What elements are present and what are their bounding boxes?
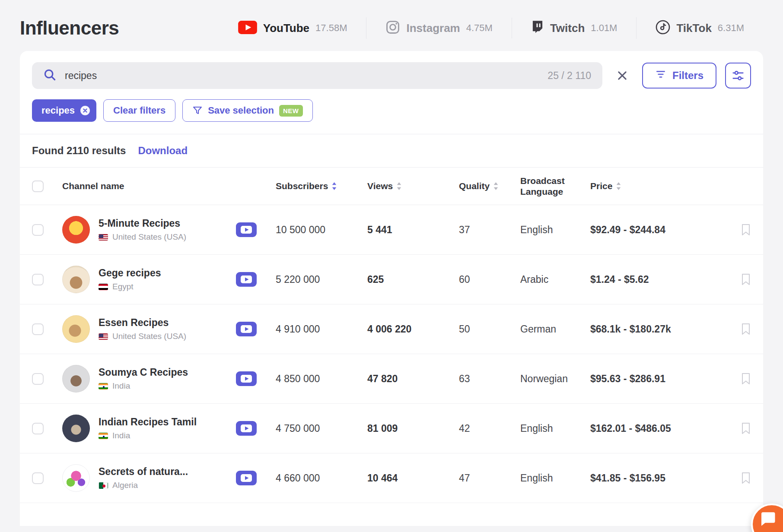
- row-checkbox[interactable]: [32, 373, 44, 385]
- tab-instagram-label: Instagram: [406, 22, 460, 35]
- bookmark-icon[interactable]: [741, 472, 751, 484]
- column-header-subscribers[interactable]: Subscribers: [276, 181, 367, 191]
- channel-name[interactable]: Soumya C Recipes: [99, 367, 188, 378]
- youtube-icon: [238, 21, 257, 36]
- table-row[interactable]: Indian Recipes Tamil India 4 750 000 81 …: [20, 404, 763, 453]
- chip-remove-icon[interactable]: [80, 105, 90, 116]
- quality-value: 63: [459, 373, 520, 385]
- price-value: $1.24 - $5.62: [590, 274, 727, 285]
- youtube-play-button[interactable]: [236, 272, 276, 287]
- bookmark-icon[interactable]: [741, 273, 751, 285]
- tab-youtube[interactable]: YouTube 17.58M: [219, 18, 366, 38]
- country-flag-icon: [99, 383, 108, 390]
- channel-cell: Gege recipes Egypt: [62, 266, 236, 293]
- filters-button[interactable]: Filters: [642, 63, 716, 89]
- views-value: 4 006 220: [367, 323, 459, 335]
- column-header-price[interactable]: Price: [590, 181, 727, 191]
- channel-avatar: [62, 365, 90, 393]
- filters-button-label: Filters: [672, 70, 703, 82]
- country-flag-icon: [99, 482, 108, 489]
- tab-youtube-label: YouTube: [263, 22, 309, 35]
- download-link[interactable]: Download: [138, 145, 188, 157]
- quality-value: 42: [459, 423, 520, 434]
- channel-name[interactable]: Secrets of natura...: [99, 466, 188, 478]
- clear-filters-label: Clear filters: [113, 105, 166, 116]
- settings-sliders-button[interactable]: [725, 63, 751, 89]
- column-header-quality[interactable]: Quality: [459, 181, 520, 191]
- row-checkbox[interactable]: [32, 472, 44, 484]
- table-row[interactable]: Soumya C Recipes India 4 850 000 47 820 …: [20, 354, 763, 404]
- channel-name[interactable]: Indian Recipes Tamil: [99, 416, 197, 428]
- tab-tiktok[interactable]: TikTok 6.31M: [636, 17, 763, 39]
- youtube-play-button[interactable]: [236, 222, 276, 237]
- tab-twitch[interactable]: Twitch 1.01M: [512, 18, 637, 38]
- bookmark-icon[interactable]: [741, 373, 751, 385]
- sort-icon-quality: [493, 182, 499, 190]
- search-box[interactable]: 25 / 2 110: [32, 62, 602, 89]
- table-row[interactable]: Essen Recipes United States (USA) 4 910 …: [20, 304, 763, 354]
- row-checkbox[interactable]: [32, 274, 44, 285]
- subscribers-value: 4 750 000: [276, 423, 367, 434]
- search-result-counter: 25 / 2 110: [547, 70, 591, 82]
- tiktok-icon: [656, 20, 670, 36]
- sliders-icon: [732, 69, 745, 82]
- table-row[interactable]: Gege recipes Egypt 5 220 000 625 60 Arab…: [20, 255, 763, 304]
- channel-name[interactable]: Essen Recipes: [99, 317, 186, 329]
- search-input[interactable]: [65, 70, 539, 82]
- bookmark-icon[interactable]: [741, 224, 751, 236]
- youtube-play-button[interactable]: [236, 471, 276, 485]
- quality-value: 50: [459, 323, 520, 335]
- row-checkbox[interactable]: [32, 423, 44, 434]
- quality-value: 47: [459, 472, 520, 484]
- country-flag-icon: [99, 333, 108, 340]
- table-header: Channel name Subscribers Views Quality B…: [20, 167, 763, 205]
- search-icon: [43, 68, 56, 83]
- language-value: English: [520, 224, 590, 236]
- youtube-play-button[interactable]: [236, 371, 276, 386]
- channel-name[interactable]: 5-Minute Recipes: [99, 218, 186, 229]
- price-value: $92.49 - $244.84: [590, 224, 727, 236]
- bookmark-icon[interactable]: [741, 422, 751, 434]
- clear-search-button[interactable]: [611, 67, 633, 84]
- tab-youtube-count: 17.58M: [315, 22, 347, 34]
- channel-country: Algeria: [112, 481, 138, 490]
- filter-chip-recipes[interactable]: recipes: [32, 99, 96, 122]
- youtube-play-button[interactable]: [236, 322, 276, 336]
- views-value: 10 464: [367, 472, 459, 484]
- quality-value: 60: [459, 274, 520, 285]
- row-checkbox[interactable]: [32, 224, 44, 236]
- views-value: 625: [367, 274, 459, 285]
- views-value: 5 441: [367, 224, 459, 236]
- save-selection-button[interactable]: Save selection NEW: [182, 99, 312, 122]
- bookmark-icon[interactable]: [741, 323, 751, 335]
- new-badge: NEW: [279, 105, 303, 117]
- channel-name[interactable]: Gege recipes: [99, 267, 161, 279]
- channel-country: United States (USA): [112, 332, 186, 341]
- language-value: English: [520, 472, 590, 484]
- row-checkbox[interactable]: [32, 323, 44, 335]
- country-flag-icon: [99, 234, 108, 241]
- language-value: English: [520, 423, 590, 434]
- price-value: $68.1k - $180.27k: [590, 323, 727, 335]
- filter-chip-label: recipes: [41, 105, 75, 116]
- channel-cell: 5-Minute Recipes United States (USA): [62, 216, 236, 244]
- found-results-text: Found 2110 results: [32, 145, 126, 157]
- price-value: $95.63 - $286.91: [590, 373, 727, 385]
- table-row[interactable]: 5-Minute Recipes United States (USA) 10 …: [20, 205, 763, 255]
- channel-avatar: [62, 464, 90, 492]
- tab-instagram[interactable]: Instagram 4.75M: [366, 17, 511, 39]
- twitch-icon: [531, 20, 544, 36]
- column-header-channel: Channel name: [62, 181, 236, 191]
- views-value: 81 009: [367, 423, 459, 434]
- subscribers-value: 4 660 000: [276, 472, 367, 484]
- column-header-views[interactable]: Views: [367, 181, 459, 191]
- select-all-checkbox[interactable]: [32, 180, 44, 192]
- country-flag-icon: [99, 433, 108, 439]
- youtube-play-button[interactable]: [236, 421, 276, 436]
- table-row[interactable]: Secrets of natura... Algeria 4 660 000 1…: [20, 453, 763, 503]
- top-header: Influencers YouTube 17.58M Instagram 4.7…: [0, 0, 783, 51]
- filter-lines-icon: [655, 69, 666, 82]
- sort-icon-subscribers: [331, 182, 337, 190]
- clear-filters-button[interactable]: Clear filters: [103, 99, 175, 122]
- price-value: $41.85 - $156.95: [590, 472, 727, 484]
